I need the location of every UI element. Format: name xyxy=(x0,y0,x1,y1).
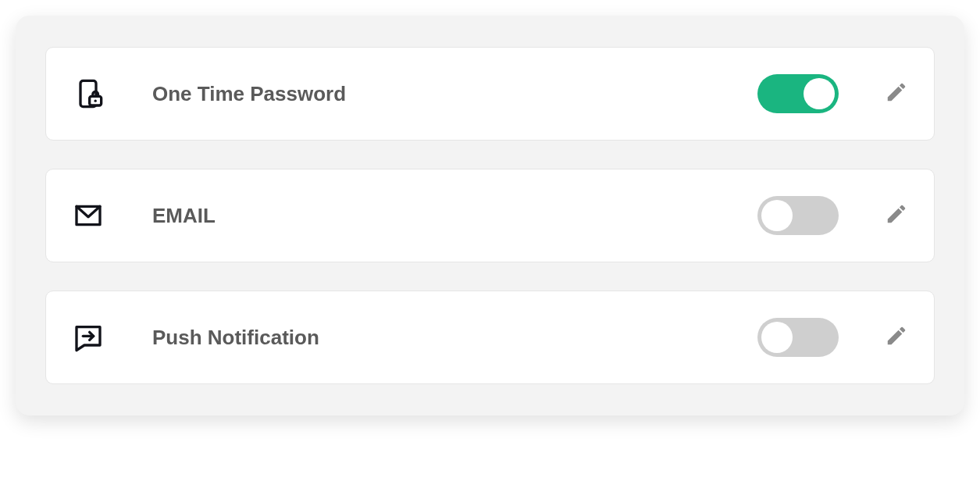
setting-label: Push Notification xyxy=(152,326,757,350)
email-icon xyxy=(71,198,105,233)
setting-label: EMAIL xyxy=(152,204,757,228)
edit-button-push-notification[interactable] xyxy=(884,325,909,350)
setting-row-push-notification: Push Notification xyxy=(45,291,935,384)
svg-point-2 xyxy=(94,100,97,102)
device-lock-icon xyxy=(71,77,105,111)
toggle-knob xyxy=(761,200,793,231)
toggle-push-notification[interactable] xyxy=(757,318,839,357)
toggle-one-time-password[interactable] xyxy=(757,74,839,113)
toggle-knob xyxy=(804,78,835,109)
setting-row-email: EMAIL xyxy=(45,169,935,262)
edit-button-one-time-password[interactable] xyxy=(884,81,909,106)
setting-row-one-time-password: One Time Password xyxy=(45,47,935,141)
toggle-knob xyxy=(761,322,793,353)
settings-panel: One Time Password EMAIL xyxy=(16,16,964,415)
chat-arrow-icon xyxy=(71,320,105,355)
setting-label: One Time Password xyxy=(152,82,757,106)
pencil-icon xyxy=(885,324,908,351)
toggle-email[interactable] xyxy=(757,196,839,235)
pencil-icon xyxy=(885,202,908,229)
edit-button-email[interactable] xyxy=(884,203,909,228)
pencil-icon xyxy=(885,80,908,107)
